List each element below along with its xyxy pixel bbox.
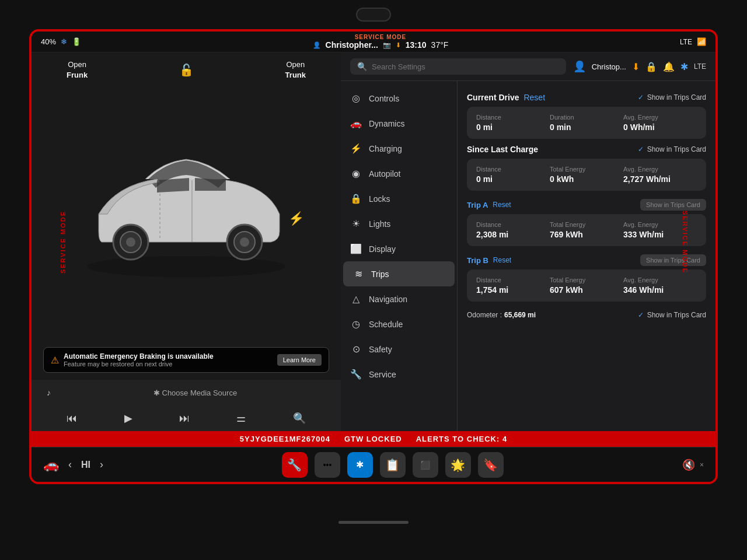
user-avatar-icon: 👤 — [573, 60, 586, 73]
learn-more-button[interactable]: Learn More — [277, 354, 322, 366]
sidebar-item-display[interactable]: ⬜ Display — [341, 236, 457, 261]
sidebar-item-service[interactable]: 🔧 Service — [341, 362, 457, 387]
bottom-alert-bar: 5YJYGDEE1MF267004 GTW LOCKED ALERTS TO C… — [32, 431, 715, 447]
sidebar-item-trips[interactable]: ≋ Trips — [343, 261, 455, 286]
stat-distance-since: Distance 0 mi — [476, 166, 550, 184]
svg-point-7 — [240, 237, 249, 247]
trips-label: Trips — [371, 270, 389, 279]
current-drive-stats: Distance 0 mi Duration 0 min Avg. Energy — [467, 107, 706, 139]
car-labels: Open Frunk 🔓 Open Trunk — [32, 52, 341, 80]
camera-icon: 📷 — [383, 41, 391, 49]
header-signal-icon: LTE — [694, 62, 706, 71]
header-bell-icon: 🔔 — [663, 61, 675, 72]
trip-a-show[interactable]: Show in Trips Card — [640, 199, 706, 211]
alerts-label: ALERTS TO CHECK: 4 — [416, 435, 507, 443]
trunk-label[interactable]: Open Trunk — [285, 60, 306, 80]
autopilot-label: Autopilot — [369, 169, 400, 178]
time-display: 13:10 — [406, 40, 427, 50]
charging-label: Charging — [369, 144, 402, 153]
lights-label: Lights — [369, 219, 390, 229]
display-label: Display — [369, 244, 396, 254]
trip-a-header: Trip A Reset Show in Trips Card — [467, 199, 706, 211]
stat-avgenergy-b: Avg. Energy 346 Wh/mi — [623, 276, 697, 295]
play-icon[interactable]: ▶ — [124, 412, 132, 425]
trip-b-reset[interactable]: Reset — [493, 256, 511, 264]
trip-a-stats: Distance 2,308 mi Total Energy 769 kWh A… — [467, 214, 706, 246]
taskbar-tools-btn[interactable]: 🔧 — [282, 452, 308, 478]
stat-duration-current: Duration 0 min — [550, 114, 623, 132]
since-last-charge-title: Since Last Charge — [467, 145, 538, 154]
current-drive-reset[interactable]: Reset — [523, 93, 545, 102]
trip-b-stats: Distance 1,754 mi Total Energy 607 kWh A… — [467, 270, 706, 302]
controls-icon: ◎ — [350, 93, 362, 104]
since-last-charge-show-trips[interactable]: ✓ Show in Trips Card — [638, 145, 706, 153]
since-last-charge-stats-row: Distance 0 mi Total Energy 0 kWh Avg. En… — [476, 166, 697, 184]
stat-distance-b: Distance 1,754 mi — [476, 276, 550, 295]
service-icon: 🔧 — [350, 369, 362, 380]
car-image-area: ⚡ — [32, 80, 341, 347]
media-source[interactable]: ✱ Choose Media Source — [59, 388, 331, 397]
trip-a-reset[interactable]: Reset — [493, 201, 511, 209]
taskbar-center: 🔧 ••• ✱ 📋 ⬛ 🌟 🔖 — [282, 452, 504, 478]
car-svg: ⚡ — [69, 138, 303, 290]
charging-icon: ⚡ — [350, 143, 362, 154]
current-drive-header: Current Drive Reset ✓ Show in Trips Card — [467, 93, 706, 102]
stat-distance-a: Distance 2,308 mi — [476, 221, 550, 239]
home-bar[interactable] — [338, 521, 409, 524]
sidebar-item-navigation[interactable]: △ Navigation — [341, 286, 457, 312]
taskbar-t3-btn[interactable]: 🌟 — [445, 452, 471, 478]
sidebar-item-lights[interactable]: ☀ Lights — [341, 211, 457, 236]
status-left: 40% ❄ 🔋 — [41, 37, 81, 46]
gtw-label: GTW LOCKED — [344, 435, 402, 443]
search-media-icon[interactable]: 🔍 — [293, 412, 306, 425]
svg-text:⚡: ⚡ — [288, 211, 303, 226]
current-drive-title: Current Drive — [467, 93, 519, 102]
equalizer-icon[interactable]: ⚌ — [236, 412, 246, 425]
service-mode-right-label: SERVICE MODE — [682, 210, 689, 273]
taskbar-hi-label[interactable]: HI — [81, 460, 90, 470]
sidebar-item-safety[interactable]: ⊙ Safety — [341, 337, 457, 362]
current-drive-show-trips[interactable]: ✓ Show in Trips Card — [638, 93, 706, 102]
since-last-charge-stats: Distance 0 mi Total Energy 0 kWh Avg. En… — [467, 159, 706, 191]
trip-b-label: Trip B — [467, 256, 488, 265]
frunk-label[interactable]: Open Frunk — [67, 60, 88, 80]
odometer-bar: Odometer : 65,669 mi ✓ Show in Trips Car… — [467, 309, 706, 321]
taskbar-back-icon[interactable]: ‹ — [68, 459, 72, 471]
sidebar-item-controls[interactable]: ◎ Controls — [341, 86, 457, 111]
navigation-label: Navigation — [369, 295, 407, 304]
current-drive-stats-row: Distance 0 mi Duration 0 min Avg. Energy — [476, 114, 697, 132]
search-input[interactable] — [372, 62, 559, 71]
taskbar-car-icon[interactable]: 🚗 — [43, 457, 59, 473]
skip-forward-icon[interactable]: ⏭ — [179, 412, 190, 425]
sidebar-item-schedule[interactable]: ◷ Schedule — [341, 312, 457, 337]
controls-label: Controls — [369, 94, 399, 103]
dynamics-icon: 🚗 — [350, 118, 362, 129]
sidebar-item-locks[interactable]: 🔒 Locks — [341, 186, 457, 211]
check-icon-1: ✓ — [638, 93, 644, 102]
odometer-show-trips[interactable]: ✓ Show in Trips Card — [638, 311, 706, 319]
taskbar-more-btn[interactable]: ••• — [315, 452, 340, 478]
stat-totalenergy-since: Total Energy 0 kWh — [550, 166, 623, 184]
sidebar-item-charging[interactable]: ⚡ Charging — [341, 136, 457, 161]
safety-icon: ⊙ — [350, 344, 362, 355]
volume-icon[interactable]: 🔇 — [682, 459, 695, 471]
odometer-value: 65,669 mi — [504, 311, 536, 319]
sidebar-item-autopilot[interactable]: ◉ Autopilot — [341, 161, 457, 186]
header-right: 👤 Christop... ⬇ 🔒 🔔 ✱ LTE — [573, 60, 706, 73]
taskbar-t2-btn[interactable]: ⬛ — [413, 452, 438, 478]
main-screen: 40% ❄ 🔋 SERVICE MODE 👤 Christopher... 📷 … — [29, 29, 718, 484]
search-box[interactable]: 🔍 — [350, 58, 566, 75]
settings-body: ◎ Controls 🚗 Dynamics ⚡ Charging — [341, 81, 715, 431]
sidebar-item-dynamics[interactable]: 🚗 Dynamics — [341, 111, 457, 136]
search-icon: 🔍 — [357, 62, 367, 71]
status-bar: 40% ❄ 🔋 SERVICE MODE 👤 Christopher... 📷 … — [32, 32, 715, 52]
taskbar-t4-btn[interactable]: 🔖 — [478, 452, 504, 478]
taskbar-bluetooth-btn[interactable]: ✱ — [347, 452, 373, 478]
skip-back-icon[interactable]: ⏮ — [67, 412, 77, 425]
taskbar-forward-icon[interactable]: › — [100, 459, 103, 471]
trip-b-show[interactable]: Show in Trips Card — [640, 254, 706, 266]
media-bar: ♪ ✱ Choose Media Source — [32, 380, 341, 405]
stat-totalenergy-b: Total Energy 607 kWh — [550, 276, 623, 295]
taskbar-t1-btn[interactable]: 📋 — [380, 452, 406, 478]
signal-icon: LTE — [680, 38, 692, 46]
